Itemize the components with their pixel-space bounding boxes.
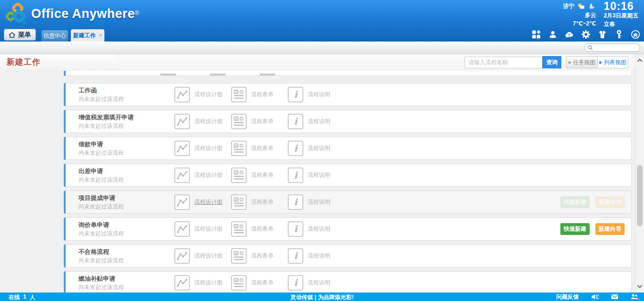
workflow-row: 询价单申请 尚未发起过该流程 流程设计图 流程表单 i 流程说明 快速新建 新建…: [64, 217, 632, 241]
create-wizard-button[interactable]: 新建向导: [595, 223, 625, 235]
scroll-up-icon[interactable]: [636, 57, 643, 64]
flow-chart-icon: [174, 114, 190, 129]
row-accent-bar: [64, 137, 66, 160]
row-accent-bar: [64, 71, 66, 76]
create-wizard-button[interactable]: 新建向导: [595, 196, 625, 208]
mail-icon[interactable]: [611, 293, 618, 300]
flow-form-link[interactable]: 流程表单: [231, 275, 274, 291]
quick-create-button[interactable]: 快速新建: [560, 196, 590, 208]
list-controls: 查询 任务视图 列表视图: [464, 56, 628, 68]
flow-desc-link[interactable]: i 流程说明: [288, 87, 330, 102]
workflow-title: 借款申请: [78, 140, 103, 149]
flow-info-icon: i: [288, 87, 303, 102]
quick-create-button[interactable]: 快速新建: [560, 223, 590, 235]
flow-design-link[interactable]: 流程设计图: [174, 114, 223, 129]
flow-chart-icon: [174, 141, 190, 156]
row-accent-bar: [64, 110, 66, 133]
clock-time: 10:16: [604, 1, 638, 11]
gear-icon[interactable]: [581, 30, 591, 39]
query-button[interactable]: 查询: [542, 56, 561, 68]
flow-design-link[interactable]: 流程设计图: [174, 248, 223, 264]
flow-chart-icon: [174, 221, 190, 237]
workflow-list-area: 工作函 尚未发起过该流程 流程设计图 流程表单 i 流程说明 增值税发票填: [0, 71, 644, 293]
page-title: 新建工作: [7, 54, 41, 70]
cloud-help-icon[interactable]: ?: [565, 30, 574, 39]
scrollbar-thumb[interactable]: [637, 165, 643, 226]
flow-form-link[interactable]: 流程表单: [231, 87, 274, 102]
flow-name-input[interactable]: [464, 57, 542, 68]
tab-info-center[interactable]: 信息中心: [42, 30, 68, 42]
flow-form-link[interactable]: 流程表单: [231, 221, 274, 237]
workflow-subtitle: 尚未发起过该流程: [78, 176, 124, 184]
sun-cloud-icon: [577, 3, 585, 9]
flow-form-icon: [231, 248, 247, 264]
flow-desc-link[interactable]: i 流程说明: [288, 141, 330, 156]
flow-info-icon: i: [288, 275, 303, 291]
flow-design-link[interactable]: 流程设计图: [174, 87, 223, 102]
flow-info-icon: i: [288, 194, 303, 210]
office-anywhere-app: Office Anywhere® 济宁: [0, 0, 644, 301]
flow-form-link[interactable]: 流程表单: [231, 194, 274, 210]
flow-chart-icon: [174, 275, 190, 291]
user-icon[interactable]: [548, 30, 558, 39]
list-view-toggle[interactable]: 列表视图: [597, 57, 628, 68]
flow-chart-icon: [174, 87, 190, 102]
menu-button[interactable]: 菜单: [4, 29, 36, 41]
shirt-icon[interactable]: [598, 30, 607, 39]
moon-cloud-icon: [588, 3, 596, 9]
flow-design-link[interactable]: 流程设计图: [174, 221, 223, 237]
icon-stub: [160, 74, 176, 75]
people-icon[interactable]: [631, 293, 638, 300]
flow-desc-link[interactable]: i 流程说明: [288, 167, 330, 183]
flow-design-link[interactable]: 流程设计图: [174, 167, 223, 183]
toggle-label: 列表视图: [604, 59, 627, 67]
scroll-down-icon[interactable]: [636, 283, 643, 290]
icon-stub: [259, 74, 275, 75]
row-accent-bar: [64, 83, 66, 106]
flow-design-link[interactable]: 流程设计图: [174, 141, 223, 156]
row-actions: 快速新建 新建向导: [560, 223, 625, 235]
flow-info-icon: i: [288, 221, 303, 237]
vertical-scrollbar[interactable]: [635, 54, 644, 293]
app-title: Office Anywhere: [31, 7, 135, 21]
workflow-title: 燃油补贴申请: [78, 275, 115, 283]
flow-desc-link[interactable]: i 流程说明: [288, 248, 330, 264]
office-anywhere-logo-icon: [5, 3, 27, 25]
flow-desc-link[interactable]: i 流程说明: [288, 114, 330, 129]
flow-desc-link[interactable]: i 流程说明: [288, 275, 330, 291]
weather-city: 济宁: [563, 2, 575, 10]
flow-form-icon: [231, 141, 247, 156]
feedback-link[interactable]: 问题反馈: [556, 293, 579, 301]
flow-form-link[interactable]: 流程表单: [231, 141, 274, 156]
task-view-toggle[interactable]: 任务视图: [567, 57, 597, 68]
flow-form-link[interactable]: 流程表单: [231, 114, 274, 129]
workflow-row-clipped: [64, 71, 632, 76]
row-accent-bar: [64, 191, 66, 214]
flow-design-link[interactable]: 流程设计图: [174, 275, 223, 291]
flow-chart-icon: [174, 194, 190, 210]
close-tab-icon[interactable]: ×: [99, 33, 103, 38]
tab-label: 新建工作: [73, 32, 96, 40]
speaker-icon[interactable]: [591, 293, 599, 300]
weather-condition: 多云: [563, 11, 596, 19]
workflow-list: 工作函 尚未发起过该流程 流程设计图 流程表单 i 流程说明 增值税发票填: [64, 71, 632, 293]
workflow-title: 工作函: [78, 86, 97, 95]
flow-desc-link[interactable]: i 流程说明: [288, 221, 330, 237]
collapse-icon[interactable]: [631, 30, 640, 39]
global-search-input[interactable]: [594, 45, 637, 50]
global-search-box[interactable]: [584, 43, 640, 52]
flow-form-link[interactable]: 流程表单: [231, 248, 274, 264]
footer-slogan: 灵动传媒 | 为品牌添光彩!: [0, 293, 644, 301]
flow-form-link[interactable]: 流程表单: [231, 167, 274, 183]
key-icon[interactable]: [614, 30, 624, 39]
home-icon: [9, 32, 16, 38]
tab-new-work[interactable]: 新建工作 ×: [71, 29, 104, 42]
apps-grid-icon[interactable]: [532, 30, 541, 39]
header-toolbar: ?: [532, 30, 640, 39]
flow-desc-link[interactable]: i 流程说明: [288, 194, 330, 210]
workflow-subtitle: 尚未发起过该流程: [78, 284, 124, 292]
icon-stub: [210, 74, 226, 75]
flow-design-link[interactable]: 流程设计图: [174, 194, 223, 210]
weather-temperature: 7℃~2℃: [563, 19, 596, 28]
workflow-title: 项目提成申请: [78, 194, 115, 202]
